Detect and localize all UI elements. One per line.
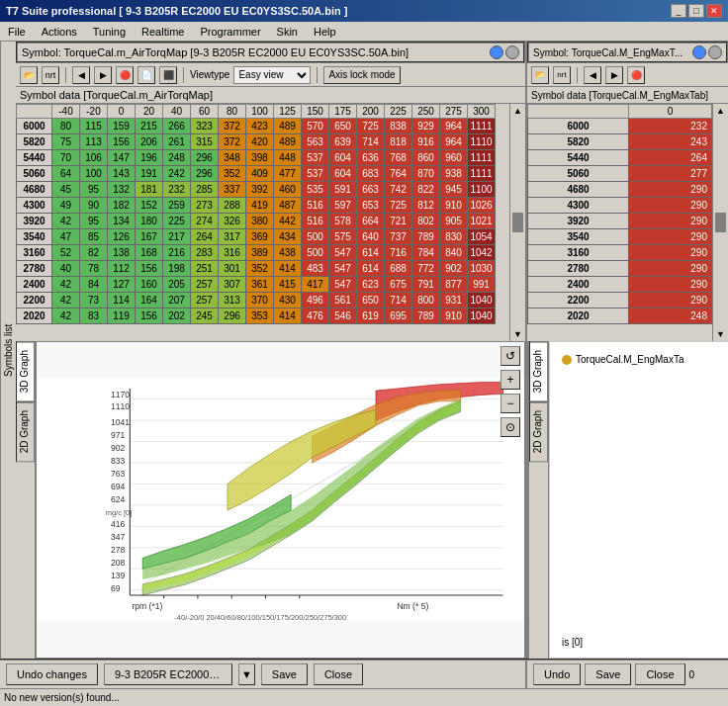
table-cell[interactable]: 818 [385, 134, 412, 150]
table-cell[interactable]: 326 [219, 214, 246, 229]
table-cell[interactable]: 434 [274, 229, 302, 245]
table-cell[interactable]: 82 [80, 245, 108, 261]
table-cell[interactable]: 664 [357, 214, 385, 229]
table-cell[interactable]: 653 [357, 198, 385, 214]
table-cell[interactable]: 95 [80, 214, 108, 229]
table-cell[interactable]: 160 [136, 277, 163, 293]
table-cell[interactable]: 614 [357, 261, 385, 277]
table-cell[interactable]: 75 [52, 134, 80, 150]
table-cell[interactable]: 563 [302, 134, 329, 150]
graph-ctrl-zoom-in[interactable]: + [500, 370, 520, 390]
table-cell[interactable]: 242 [163, 166, 191, 182]
table-cell[interactable]: 800 [412, 293, 440, 309]
table-cell[interactable]: 414 [274, 261, 302, 277]
table-cell[interactable]: 132 [108, 182, 136, 198]
toolbar-btn-7[interactable]: ⬛ [159, 66, 177, 84]
right-close-button[interactable]: Close [635, 663, 684, 685]
table-cell[interactable]: 768 [385, 150, 412, 166]
table-cell[interactable]: 257 [191, 277, 219, 293]
table-cell[interactable]: 202 [163, 309, 191, 324]
table-cell[interactable]: 225 [163, 214, 191, 229]
table-cell[interactable]: 591 [329, 182, 357, 198]
table-cell[interactable]: 547 [329, 245, 357, 261]
table-cell[interactable]: 789 [412, 309, 440, 324]
table-cell[interactable]: 316 [219, 245, 246, 261]
maximize-button[interactable]: □ [688, 4, 704, 18]
table-cell[interactable]: 742 [385, 182, 412, 198]
right-table-container[interactable]: 0 60002325820243544026450602774680290430… [527, 104, 712, 341]
table-cell[interactable]: 261 [163, 134, 191, 150]
table-cell[interactable]: 216 [163, 245, 191, 261]
table-cell[interactable]: 516 [302, 198, 329, 214]
right-table-cell[interactable]: 290 [629, 261, 712, 277]
table-cell[interactable]: 561 [329, 293, 357, 309]
table-cell[interactable]: 119 [108, 309, 136, 324]
table-cell[interactable]: 547 [329, 261, 357, 277]
table-cell[interactable]: 929 [412, 119, 440, 134]
minimize-button[interactable]: _ [671, 4, 686, 18]
table-cell[interactable]: 650 [357, 293, 385, 309]
table-cell[interactable]: 106 [80, 150, 108, 166]
table-cell[interactable]: 73 [80, 293, 108, 309]
table-cell[interactable]: 409 [246, 166, 274, 182]
menu-programmer[interactable]: Programmer [196, 25, 264, 39]
scroll-up-arrow[interactable]: ▲ [510, 106, 525, 116]
right-scroll-up[interactable]: ▲ [713, 106, 728, 116]
toolbar-btn-6[interactable]: 📄 [137, 66, 155, 84]
table-cell[interactable]: 42 [52, 309, 80, 324]
table-cell[interactable]: 802 [412, 214, 440, 229]
table-cell[interactable]: 159 [108, 119, 136, 134]
table-cell[interactable]: 725 [357, 119, 385, 134]
table-cell[interactable]: 205 [163, 277, 191, 293]
right-table-cell[interactable]: 290 [629, 214, 712, 229]
left-table-container[interactable]: -40 -20 0 20 40 60 80 100 125 150 175 [16, 104, 509, 341]
table-cell[interactable]: 663 [357, 182, 385, 198]
table-cell[interactable]: 78 [80, 261, 108, 277]
right-table-scrollbar[interactable]: ▲ ▼ [712, 104, 728, 341]
table-cell[interactable]: 578 [329, 214, 357, 229]
left-panel-btn-blue[interactable] [490, 45, 503, 59]
right-table-cell[interactable]: 290 [629, 293, 712, 309]
table-cell[interactable]: 191 [136, 166, 163, 182]
table-cell[interactable]: 640 [357, 229, 385, 245]
table-cell[interactable]: 251 [191, 261, 219, 277]
table-cell[interactable]: 1111 [468, 119, 496, 134]
menu-tuning[interactable]: Tuning [89, 25, 130, 39]
undo-changes-button[interactable]: Undo changes [6, 663, 98, 685]
table-cell[interactable]: 283 [191, 245, 219, 261]
table-cell[interactable]: 840 [440, 245, 468, 261]
table-cell[interactable]: 737 [385, 229, 412, 245]
table-cell[interactable]: 42 [52, 214, 80, 229]
table-cell[interactable]: 83 [80, 309, 108, 324]
table-cell[interactable]: 489 [274, 134, 302, 150]
right-table-cell[interactable]: 290 [629, 229, 712, 245]
table-cell[interactable]: 352 [246, 261, 274, 277]
table-cell[interactable]: 288 [219, 198, 246, 214]
table-cell[interactable]: 910 [440, 309, 468, 324]
table-cell[interactable]: 1111 [468, 166, 496, 182]
table-cell[interactable]: 45 [52, 182, 80, 198]
table-cell[interactable]: 372 [219, 119, 246, 134]
table-cell[interactable]: 791 [412, 277, 440, 293]
close-button[interactable]: Close [314, 663, 363, 685]
right-undo-button[interactable]: Undo [533, 663, 581, 685]
table-cell[interactable]: 389 [246, 245, 274, 261]
right-scroll-thumb[interactable] [715, 213, 726, 232]
table-cell[interactable]: 812 [412, 198, 440, 214]
table-cell[interactable]: 353 [246, 309, 274, 324]
table-cell[interactable]: 721 [385, 214, 412, 229]
table-cell[interactable]: 215 [136, 119, 163, 134]
table-cell[interactable]: 902 [440, 261, 468, 277]
menu-skin[interactable]: Skin [273, 25, 302, 39]
table-cell[interactable]: 217 [163, 229, 191, 245]
table-cell[interactable]: 182 [108, 198, 136, 214]
table-cell[interactable]: 181 [136, 182, 163, 198]
left-tab-3d[interactable]: 3D Graph [16, 341, 35, 401]
table-cell[interactable]: 716 [385, 245, 412, 261]
table-cell[interactable]: 296 [191, 150, 219, 166]
table-cell[interactable]: 85 [80, 229, 108, 245]
right-table-cell[interactable]: 290 [629, 245, 712, 261]
table-cell[interactable]: 496 [302, 293, 329, 309]
table-cell[interactable]: 1111 [468, 150, 496, 166]
table-cell[interactable]: 905 [440, 214, 468, 229]
